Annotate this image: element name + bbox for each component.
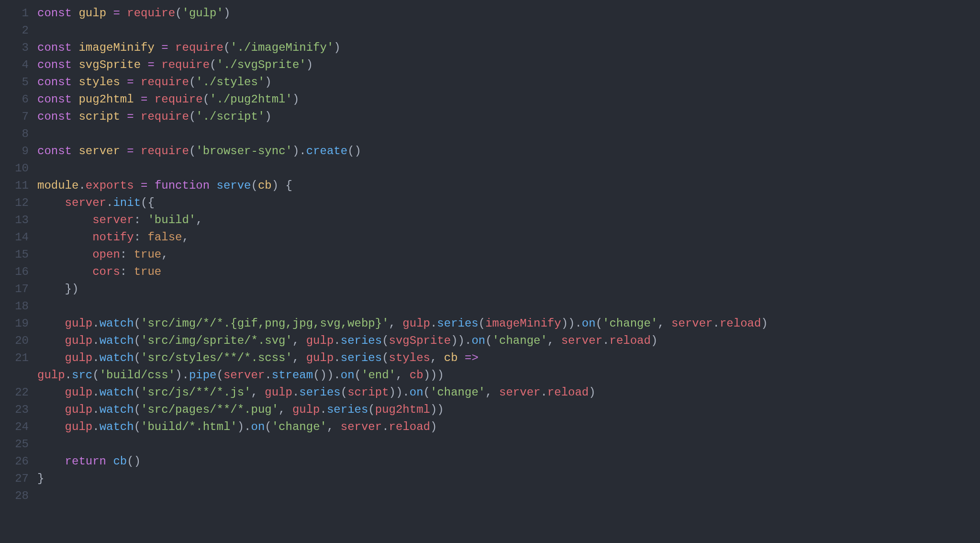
code-line[interactable]: 15 open: true, bbox=[0, 246, 980, 263]
code-line[interactable]: 25 bbox=[0, 436, 980, 453]
code-token: ). bbox=[292, 145, 306, 158]
code-token bbox=[37, 196, 65, 209]
code-content[interactable]: notify: false, bbox=[37, 229, 980, 246]
code-content[interactable]: } bbox=[37, 470, 980, 487]
code-line[interactable]: 11module.exports = function serve(cb) { bbox=[0, 177, 980, 194]
code-line[interactable]: gulp.src('build/css').pipe(server.stream… bbox=[0, 367, 980, 384]
code-token: gulp bbox=[65, 351, 93, 364]
code-line[interactable]: 14 notify: false, bbox=[0, 229, 980, 246]
code-line[interactable]: 17 }) bbox=[0, 281, 980, 298]
code-content[interactable]: const script = require('./script') bbox=[37, 108, 980, 125]
code-token: ( bbox=[134, 351, 141, 364]
code-line[interactable]: 24 gulp.watch('build/*.html').on('change… bbox=[0, 419, 980, 436]
code-token: on bbox=[251, 420, 265, 433]
code-token bbox=[134, 93, 141, 106]
code-content[interactable]: server: 'build', bbox=[37, 212, 980, 229]
code-content[interactable]: gulp.watch('build/*.html').on('change', … bbox=[37, 419, 980, 436]
code-token: = bbox=[113, 7, 120, 20]
code-token: . bbox=[713, 317, 720, 330]
code-token: server bbox=[65, 196, 106, 209]
code-line[interactable]: 22 gulp.watch('src/js/**/*.js', gulp.ser… bbox=[0, 384, 980, 401]
code-content[interactable]: const server = require('browser-sync').c… bbox=[37, 143, 980, 160]
code-line[interactable]: 7const script = require('./script') bbox=[0, 108, 980, 125]
code-line[interactable]: 3const imageMinify = require('./imageMin… bbox=[0, 39, 980, 57]
code-token: : bbox=[120, 265, 134, 278]
code-content[interactable]: server.init({ bbox=[37, 194, 980, 212]
code-token bbox=[134, 145, 141, 158]
line-number: 9 bbox=[0, 143, 37, 160]
line-number: 1 bbox=[0, 5, 37, 22]
code-token: ( bbox=[189, 145, 196, 158]
code-content[interactable]: const svgSprite = require('./svgSprite') bbox=[37, 57, 980, 74]
code-line[interactable]: 18 bbox=[0, 298, 980, 315]
code-token: gulp bbox=[402, 317, 430, 330]
code-line[interactable]: 23 gulp.watch('src/pages/**/*.pug', gulp… bbox=[0, 401, 980, 419]
code-content[interactable]: gulp.watch('src/pages/**/*.pug', gulp.se… bbox=[37, 401, 980, 419]
code-line[interactable]: 21 gulp.watch('src/styles/**/*.scss', gu… bbox=[0, 350, 980, 367]
code-line[interactable]: 1const gulp = require('gulp') bbox=[0, 5, 980, 22]
code-content[interactable] bbox=[37, 298, 980, 315]
code-line[interactable]: 28 bbox=[0, 487, 980, 505]
code-content[interactable]: const gulp = require('gulp') bbox=[37, 5, 980, 22]
code-token: stream bbox=[272, 369, 313, 382]
code-content[interactable] bbox=[37, 22, 980, 39]
code-token: module bbox=[37, 179, 78, 192]
code-line[interactable]: 13 server: 'build', bbox=[0, 212, 980, 229]
code-token bbox=[72, 58, 78, 71]
code-content[interactable]: const imageMinify = require('./imageMini… bbox=[37, 39, 980, 57]
code-token: './imageMinify' bbox=[230, 41, 334, 54]
code-token: create bbox=[306, 145, 347, 158]
code-token: script bbox=[78, 110, 120, 123]
code-editor[interactable]: 1const gulp = require('gulp')2 3const im… bbox=[0, 0, 980, 509]
code-token: server bbox=[671, 317, 713, 330]
code-token: ( bbox=[92, 369, 99, 382]
code-line[interactable]: 19 gulp.watch('src/img/*/*.{gif,png,jpg,… bbox=[0, 315, 980, 332]
code-line[interactable]: 16 cors: true bbox=[0, 263, 980, 281]
code-token: ). bbox=[175, 369, 189, 382]
code-content[interactable]: }) bbox=[37, 281, 980, 298]
code-token: pipe bbox=[189, 369, 217, 382]
code-content[interactable] bbox=[37, 160, 980, 177]
code-token: ( bbox=[134, 334, 141, 347]
line-number: 7 bbox=[0, 108, 37, 125]
code-line[interactable]: 20 gulp.watch('src/img/sprite/*.svg', gu… bbox=[0, 332, 980, 350]
code-token: ( bbox=[479, 317, 485, 330]
code-content[interactable] bbox=[37, 436, 980, 453]
code-content[interactable]: gulp.watch('src/styles/**/*.scss', gulp.… bbox=[37, 350, 980, 367]
code-token: = bbox=[127, 110, 134, 123]
code-token: . bbox=[92, 403, 99, 416]
code-content[interactable]: module.exports = function serve(cb) { bbox=[37, 177, 980, 194]
code-line[interactable]: 10 bbox=[0, 160, 980, 177]
code-line[interactable]: 5const styles = require('./styles') bbox=[0, 74, 980, 91]
code-token: , bbox=[278, 403, 292, 416]
code-line[interactable]: 4const svgSprite = require('./svgSprite'… bbox=[0, 57, 980, 74]
code-token: , bbox=[327, 420, 341, 433]
code-line[interactable]: 26 return cb() bbox=[0, 453, 980, 470]
code-line[interactable]: 6const pug2html = require('./pug2html') bbox=[0, 91, 980, 108]
code-token: . bbox=[602, 334, 609, 347]
code-content[interactable]: return cb() bbox=[37, 453, 980, 470]
code-content[interactable] bbox=[37, 487, 980, 505]
code-token: 'build/*.html' bbox=[141, 420, 237, 433]
code-content[interactable]: gulp.watch('src/img/*/*.{gif,png,jpg,svg… bbox=[37, 315, 980, 332]
code-content[interactable]: gulp.watch('src/js/**/*.js', gulp.series… bbox=[37, 384, 980, 401]
code-content[interactable] bbox=[37, 125, 980, 143]
code-content[interactable]: open: true, bbox=[37, 246, 980, 263]
code-token: )). bbox=[451, 334, 471, 347]
code-content[interactable]: gulp.watch('src/img/sprite/*.svg', gulp.… bbox=[37, 332, 980, 350]
code-line[interactable]: 27} bbox=[0, 470, 980, 487]
code-line[interactable]: 12 server.init({ bbox=[0, 194, 980, 212]
code-line[interactable]: 8 bbox=[0, 125, 980, 143]
line-number bbox=[0, 367, 37, 384]
code-content[interactable]: const pug2html = require('./pug2html') bbox=[37, 91, 980, 108]
code-token: . bbox=[92, 351, 99, 364]
code-content[interactable]: cors: true bbox=[37, 263, 980, 281]
code-token: gulp bbox=[65, 403, 93, 416]
code-content[interactable]: const styles = require('./styles') bbox=[37, 74, 980, 91]
line-number: 26 bbox=[0, 453, 37, 470]
code-token: svgSprite bbox=[389, 334, 451, 347]
code-line[interactable]: 2 bbox=[0, 22, 980, 39]
code-token: true bbox=[134, 265, 162, 278]
code-line[interactable]: 9const server = require('browser-sync').… bbox=[0, 143, 980, 160]
code-content[interactable]: gulp.src('build/css').pipe(server.stream… bbox=[37, 367, 980, 384]
